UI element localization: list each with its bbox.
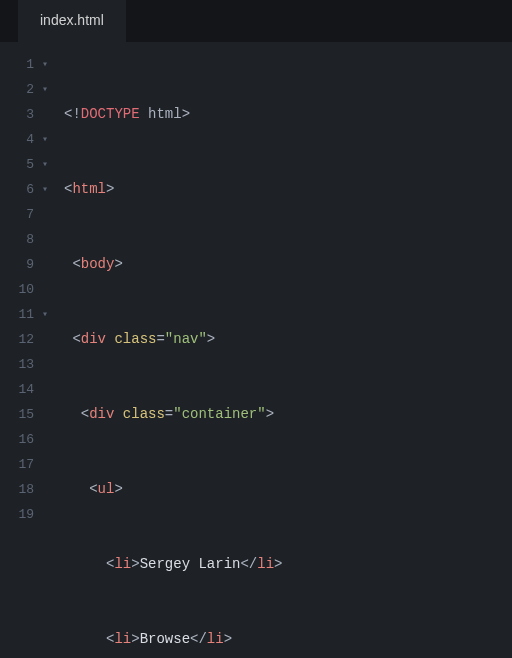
fold-icon[interactable]: ▾ [38, 127, 48, 152]
line-number: 3 [0, 102, 48, 127]
line-number: 10 [0, 277, 48, 302]
line-number: 12 [0, 327, 48, 352]
line-number: 13 [0, 352, 48, 377]
editor: 1▾2▾34▾5▾6▾7891011▾1213141516171819 <!DO… [0, 42, 512, 658]
line-number: 6▾ [0, 177, 48, 202]
fold-icon[interactable]: ▾ [38, 302, 48, 327]
line-number: 8 [0, 227, 48, 252]
code-line: <div class="nav"> [64, 327, 512, 352]
line-number: 17 [0, 452, 48, 477]
code-line: <!DOCTYPE html> [64, 102, 512, 127]
fold-icon[interactable]: ▾ [38, 52, 48, 77]
line-number: 9 [0, 252, 48, 277]
line-number: 7 [0, 202, 48, 227]
line-number: 15 [0, 402, 48, 427]
line-number: 18 [0, 477, 48, 502]
code-line: <body> [64, 252, 512, 277]
line-number: 19 [0, 502, 48, 527]
code-area[interactable]: <!DOCTYPE html> <html> <body> <div class… [54, 52, 512, 658]
code-line: <ul> [64, 477, 512, 502]
fold-icon[interactable]: ▾ [38, 152, 48, 177]
tab-bar: index.html [0, 0, 512, 42]
tab-index-html[interactable]: index.html [18, 0, 126, 42]
line-number: 4▾ [0, 127, 48, 152]
line-number: 16 [0, 427, 48, 452]
line-number: 11▾ [0, 302, 48, 327]
code-line: <li>Browse</li> [64, 627, 512, 652]
code-line: <li>Sergey Larin</li> [64, 552, 512, 577]
fold-icon[interactable]: ▾ [38, 177, 48, 202]
line-number: 2▾ [0, 77, 48, 102]
code-line: <html> [64, 177, 512, 202]
gutter: 1▾2▾34▾5▾6▾7891011▾1213141516171819 [0, 52, 54, 658]
line-number: 5▾ [0, 152, 48, 177]
line-number: 1▾ [0, 52, 48, 77]
code-line: <div class="container"> [64, 402, 512, 427]
fold-icon[interactable]: ▾ [38, 77, 48, 102]
line-number: 14 [0, 377, 48, 402]
